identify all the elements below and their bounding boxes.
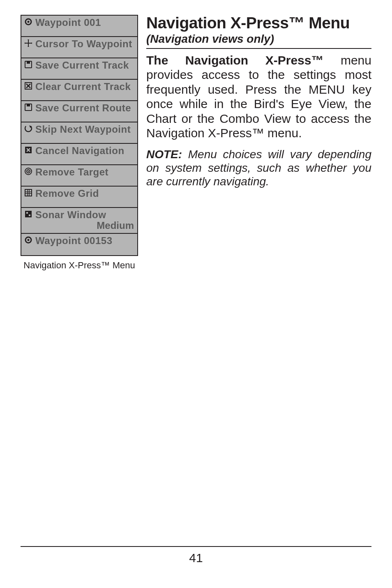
svg-rect-11: [25, 189, 32, 196]
menu-label: Waypoint 001: [35, 17, 101, 28]
para-lead: The Navigation X-Press™: [146, 53, 323, 67]
page-subheading: (Navigation views only): [146, 32, 371, 46]
menu-caption: Navigation X-Press™ Menu: [21, 260, 138, 271]
menu-label: Cursor To Waypoint: [35, 39, 132, 49]
svg-rect-12: [25, 211, 32, 217]
menu-label: Save Current Track: [35, 60, 129, 70]
save-route-icon: [24, 103, 33, 112]
sonar-window-icon: [24, 210, 33, 219]
note-paragraph: NOTE: Menu choices will vary depending o…: [146, 148, 371, 188]
menu-label: Remove Target: [35, 167, 108, 177]
menu-item-remove-target[interactable]: Remove Target: [21, 165, 137, 187]
menu-item-cancel-navigation[interactable]: Cancel Navigation: [21, 144, 137, 165]
menu-item-skip-next-waypoint[interactable]: Skip Next Waypoint: [21, 122, 137, 144]
menu-label: Save Current Route: [35, 103, 131, 113]
menu-label: Skip Next Waypoint: [35, 124, 131, 134]
waypoint-icon: [24, 17, 33, 26]
menu-value: Medium: [97, 220, 135, 231]
menu-label: Clear Current Track: [35, 81, 131, 92]
waypoint-icon: [24, 235, 33, 244]
svg-rect-6: [27, 104, 30, 106]
menu-item-remove-grid[interactable]: Remove Grid: [21, 187, 137, 208]
menu-item-waypoint-001[interactable]: Waypoint 001: [21, 16, 137, 37]
save-track-icon: [24, 60, 33, 69]
nav-xpress-menu: Waypoint 001 Cursor To Waypoint Save Cur…: [21, 15, 138, 256]
menu-item-save-current-track[interactable]: Save Current Track: [21, 58, 137, 80]
page-footer: 41: [21, 546, 371, 565]
remove-grid-icon: [24, 188, 33, 197]
page-number: 41: [189, 551, 203, 565]
heading-rule: [146, 48, 371, 49]
remove-target-icon: [24, 167, 33, 176]
menu-label: Remove Grid: [35, 188, 99, 198]
skip-waypoint-icon: [24, 124, 33, 133]
menu-label: Sonar Window: [35, 210, 106, 220]
menu-item-waypoint-00153[interactable]: Waypoint 00153: [21, 234, 137, 255]
svg-point-14: [28, 239, 30, 241]
cursor-to-waypoint-icon: [24, 39, 33, 48]
svg-point-10: [28, 171, 29, 172]
menu-label: Cancel Navigation: [35, 145, 125, 156]
menu-item-sonar-window[interactable]: Sonar Window Medium: [21, 208, 137, 234]
menu-item-save-current-route[interactable]: Save Current Route: [21, 101, 137, 122]
note-label: NOTE:: [146, 148, 182, 161]
body-paragraph: The Navigation X-Press™ menu provides ac…: [146, 53, 371, 140]
clear-track-icon: [24, 81, 33, 90]
menu-item-clear-current-track[interactable]: Clear Current Track: [21, 80, 137, 101]
svg-point-1: [28, 21, 30, 23]
menu-label: Waypoint 00153: [35, 235, 113, 246]
svg-rect-3: [27, 61, 30, 64]
cancel-nav-icon: [24, 145, 33, 154]
menu-item-cursor-to-waypoint[interactable]: Cursor To Waypoint: [21, 37, 137, 58]
page-heading: Navigation X-Press™ Menu: [146, 15, 371, 32]
